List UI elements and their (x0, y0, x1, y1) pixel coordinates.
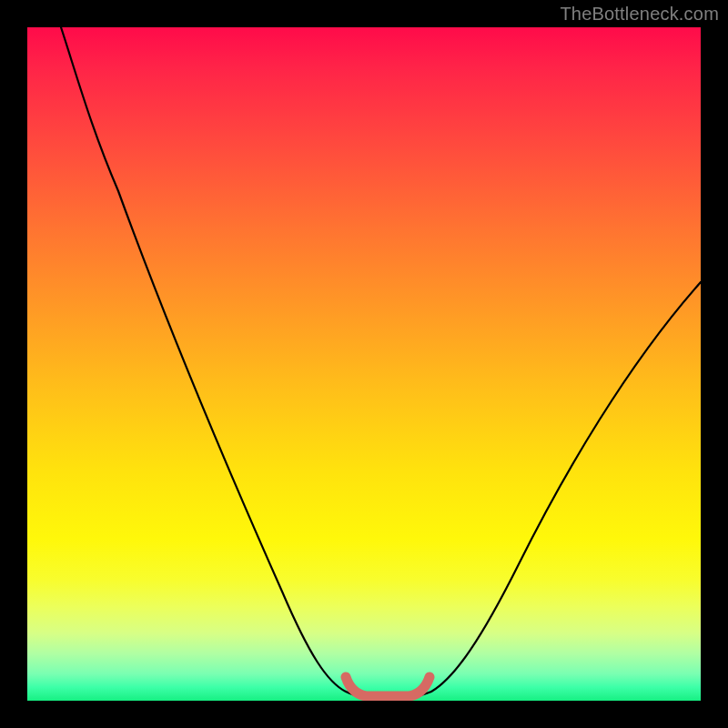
chart-frame: TheBottleneck.com (0, 0, 728, 728)
chart-svg (27, 27, 701, 701)
plot-area (27, 27, 701, 701)
watermark-text: TheBottleneck.com (560, 4, 719, 25)
optimal-range-marker (346, 677, 430, 696)
bottleneck-curve (61, 27, 701, 699)
